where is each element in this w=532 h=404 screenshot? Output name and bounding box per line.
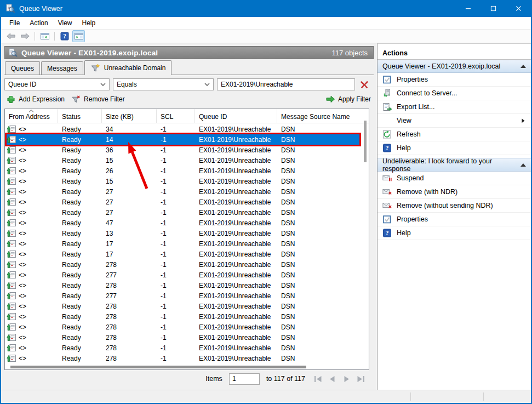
menu-item-action[interactable]: Action	[25, 18, 53, 28]
column-header-label: Message Source Name	[281, 113, 350, 121]
action-export-list[interactable]: Export List...	[377, 100, 531, 114]
action-refresh[interactable]: Refresh	[377, 128, 531, 141]
help-icon: ?	[60, 32, 70, 41]
cell-from-address: <>	[5, 219, 58, 227]
message-row[interactable]: <>Ready278-1EX01-2019\UnreachableDSN	[5, 301, 361, 311]
column-header-scl[interactable]: SCL	[157, 109, 195, 123]
cell-message-source-name: DSN	[277, 355, 361, 362]
filter-field-dropdown[interactable]: Queue ID	[4, 78, 110, 90]
action-properties[interactable]: Properties	[377, 73, 531, 87]
column-header-message-source-name[interactable]: Message Source Name	[277, 109, 369, 123]
action-view[interactable]: View	[377, 114, 531, 128]
vertical-scrollbar[interactable]	[364, 121, 367, 162]
message-row[interactable]: <>Ready36-1EX01-2019\UnreachableDSN	[5, 145, 361, 155]
message-row[interactable]: <>Ready14-1EX01-2019\UnreachableDSN	[5, 134, 361, 145]
actions-pane-title: Actions	[377, 47, 531, 60]
message-row[interactable]: <>Ready47-1EX01-2019\UnreachableDSN	[5, 218, 361, 228]
message-row[interactable]: <>Ready277-1EX01-2019\UnreachableDSN	[5, 270, 361, 280]
cell-status: Ready	[58, 271, 102, 279]
filter-operator-dropdown[interactable]: Equals	[113, 78, 214, 90]
first-page-button[interactable]	[314, 375, 322, 383]
message-row[interactable]: <>Ready277-1EX01-2019\UnreachableDSN	[5, 291, 361, 301]
cell-message-source-name: DSN	[277, 136, 361, 144]
cell-size-kb: 278	[102, 344, 157, 352]
action-remove-with-ndr[interactable]: Remove (with NDR)	[377, 185, 531, 199]
column-header-status[interactable]: Status	[58, 109, 102, 123]
menu-item-view[interactable]: View	[53, 18, 77, 28]
message-row[interactable]: <>Ready278-1EX01-2019\UnreachableDSN	[5, 322, 361, 332]
filter-actions-row: Add Expression Remove Filter Apply Filte…	[4, 93, 374, 105]
action-help[interactable]: ?Help	[377, 141, 531, 155]
message-row[interactable]: <>Ready26-1EX01-2019\UnreachableDSN	[5, 166, 361, 176]
message-row[interactable]: <>Ready278-1EX01-2019\UnreachableDSN	[5, 343, 361, 353]
show-action-pane-button[interactable]	[72, 30, 85, 42]
message-row[interactable]: <>Ready34-1EX01-2019\UnreachableDSN	[5, 124, 361, 134]
message-row[interactable]: <>Ready15-1EX01-2019\UnreachableDSN	[5, 176, 361, 186]
clear-filter-button[interactable]	[358, 78, 370, 90]
horizontal-scrollbar[interactable]	[10, 366, 306, 368]
action-section-header[interactable]: Queue Viewer - EX01-2019.exoip.local	[377, 60, 531, 73]
main-area: Queue Viewer - EX01-2019.exoip.local 117…	[1, 43, 531, 390]
minimize-button[interactable]	[455, 0, 480, 17]
menu-item-help[interactable]: Help	[77, 18, 101, 28]
menu-item-file[interactable]: File	[4, 18, 25, 28]
cell-scl: -1	[157, 198, 195, 206]
filter-value-input[interactable]	[217, 78, 355, 90]
status-bar	[1, 390, 531, 403]
cell-queue-id: EX01-2019\Unreachable	[195, 136, 277, 144]
maximize-icon	[490, 5, 496, 12]
items-page-input[interactable]	[229, 373, 260, 385]
close-button[interactable]	[506, 0, 531, 17]
cell-status: Ready	[58, 334, 102, 342]
cell-queue-id: EX01-2019\Unreachable	[195, 313, 277, 321]
cell-scl: -1	[157, 292, 195, 300]
message-row[interactable]: <>Ready278-1EX01-2019\UnreachableDSN	[5, 311, 361, 322]
cell-from-address: <>	[5, 156, 58, 164]
maximize-button[interactable]	[480, 0, 506, 17]
message-row[interactable]: <>Ready278-1EX01-2019\UnreachableDSN	[5, 280, 361, 291]
from-address-text: <>	[19, 261, 26, 269]
mail-item-icon	[7, 250, 16, 258]
tab-unreachable-domain[interactable]: Unreachable Domain	[84, 60, 172, 75]
column-header-size-kb-[interactable]: Size (KB)	[102, 109, 157, 123]
previous-page-button[interactable]	[328, 375, 336, 383]
action-help[interactable]: ?Help	[377, 226, 531, 240]
collapse-up-icon	[520, 65, 526, 68]
action-item-label: Remove (with NDR)	[397, 188, 457, 196]
action-connect-to-server[interactable]: Connect to Server...	[377, 87, 531, 100]
message-row[interactable]: <>Ready278-1EX01-2019\UnreachableDSN	[5, 353, 361, 363]
action-item-label: Refresh	[397, 130, 421, 138]
action-section-header[interactable]: Undeliverable: I look forward to your re…	[377, 158, 531, 172]
column-header-queue-id[interactable]: Queue ID	[195, 109, 277, 123]
add-expression-button[interactable]: Add Expression	[4, 94, 66, 104]
mail-item-icon	[7, 312, 16, 321]
message-row[interactable]: <>Ready27-1EX01-2019\UnreachableDSN	[5, 186, 361, 197]
column-header-from-address[interactable]: From Address	[5, 109, 58, 123]
cell-message-source-name: DSN	[277, 219, 361, 227]
message-row[interactable]: <>Ready278-1EX01-2019\UnreachableDSN	[5, 332, 361, 343]
cell-status: Ready	[58, 240, 102, 248]
action-properties[interactable]: Properties	[377, 213, 531, 226]
cell-queue-id: EX01-2019\Unreachable	[195, 261, 277, 269]
show-console-tree-button[interactable]	[38, 30, 51, 42]
message-row[interactable]: <>Ready278-1EX01-2019\UnreachableDSN	[5, 259, 361, 270]
message-row[interactable]: <>Ready17-1EX01-2019\UnreachableDSN	[5, 238, 361, 249]
message-row[interactable]: <>Ready27-1EX01-2019\UnreachableDSN	[5, 207, 361, 218]
apply-filter-button[interactable]: Apply Filter	[324, 94, 373, 104]
action-remove-without-sending-ndr[interactable]: Remove (without sending NDR)	[377, 199, 531, 213]
remove-filter-button[interactable]: Remove Filter	[70, 94, 127, 104]
message-row[interactable]: <>Ready17-1EX01-2019\UnreachableDSN	[5, 249, 361, 259]
forward-button[interactable]	[19, 30, 31, 42]
cell-size-kb: 27	[102, 198, 157, 206]
cell-message-source-name: DSN	[277, 230, 361, 237]
next-page-button[interactable]	[342, 375, 351, 383]
back-button[interactable]	[4, 30, 17, 42]
help-button[interactable]: ?	[58, 30, 71, 42]
action-suspend[interactable]: Suspend	[377, 172, 531, 185]
tab-messages[interactable]: Messages	[41, 61, 83, 75]
message-row[interactable]: <>Ready13-1EX01-2019\UnreachableDSN	[5, 228, 361, 238]
last-page-button[interactable]	[357, 375, 365, 383]
message-row[interactable]: <>Ready15-1EX01-2019\UnreachableDSN	[5, 155, 361, 166]
message-row[interactable]: <>Ready27-1EX01-2019\UnreachableDSN	[5, 197, 361, 207]
tab-queues[interactable]: Queues	[5, 61, 40, 75]
